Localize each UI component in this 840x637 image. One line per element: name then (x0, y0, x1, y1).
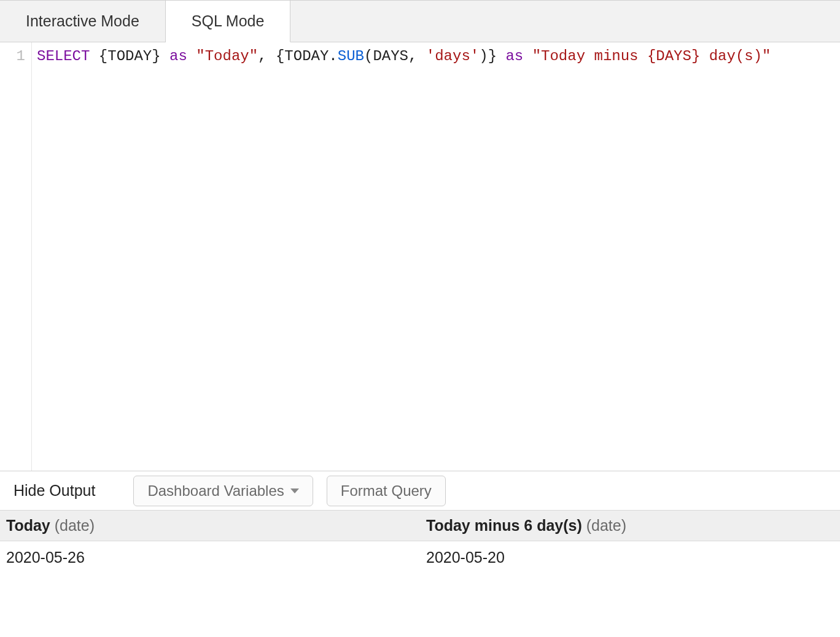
column-header-today-minus[interactable]: Today minus 6 day(s) (date) (420, 511, 840, 541)
sql-space (187, 48, 196, 64)
line-number: 1 (0, 47, 25, 66)
cell-today-minus: 2020-05-20 (420, 541, 840, 574)
sql-editor[interactable]: 1 SELECT {TODAY} as "Today", {TODAY.SUB(… (0, 42, 840, 471)
sql-ident-days: DAYS (373, 48, 408, 64)
sql-string-today: "Today" (196, 48, 258, 64)
sql-ident-today: TODAY (284, 48, 329, 64)
table-row: 2020-05-26 2020-05-20 (0, 541, 840, 574)
editor-gutter: 1 (0, 42, 32, 471)
sql-keyword-as: as (505, 48, 523, 64)
sql-space (497, 48, 505, 64)
sql-space (417, 48, 426, 64)
sql-space (523, 48, 532, 64)
sql-string-days: 'days' (426, 48, 479, 64)
sql-space (267, 48, 276, 64)
output-toolbar: Hide Output Dashboard Variables Format Q… (0, 471, 840, 510)
sql-space (161, 48, 169, 64)
column-header-today[interactable]: Today (date) (0, 511, 420, 541)
hide-output-button[interactable]: Hide Output (14, 482, 95, 500)
column-name: Today minus 6 day(s) (426, 517, 582, 534)
sql-brace-close: } (152, 48, 160, 64)
sql-ident-today: TODAY (107, 48, 152, 64)
sql-comma: , (408, 48, 417, 64)
sql-comma: , (258, 48, 266, 64)
chevron-down-icon (290, 488, 299, 493)
dashboard-variables-label: Dashboard Variables (147, 482, 284, 500)
sql-space (90, 48, 98, 64)
sql-brace-open: { (276, 48, 284, 64)
dashboard-variables-button[interactable]: Dashboard Variables (133, 476, 313, 506)
table-header-row: Today (date) Today minus 6 day(s) (date) (0, 511, 840, 541)
sql-paren-close: ) (479, 48, 488, 64)
sql-brace-close: } (488, 48, 497, 64)
sql-string-today-minus: "Today minus {DAYS} day(s)" (532, 48, 771, 64)
editor-code[interactable]: SELECT {TODAY} as "Today", {TODAY.SUB(DA… (32, 42, 840, 471)
format-query-button[interactable]: Format Query (327, 476, 446, 506)
tab-sql-mode[interactable]: SQL Mode (166, 1, 291, 42)
column-type-value: (date) (55, 517, 95, 534)
format-query-label: Format Query (341, 482, 432, 500)
column-type-value: (date) (586, 517, 626, 534)
cell-today: 2020-05-26 (0, 541, 420, 574)
mode-tabs: Interactive Mode SQL Mode (0, 0, 840, 42)
sql-dot: . (329, 48, 337, 64)
sql-keyword-select: SELECT (37, 48, 90, 64)
sql-paren-open: ( (364, 48, 373, 64)
tab-interactive-mode[interactable]: Interactive Mode (0, 1, 166, 42)
sql-method-sub: SUB (338, 48, 364, 64)
sql-brace-open: { (99, 48, 107, 64)
results-table: Today (date) Today minus 6 day(s) (date)… (0, 510, 840, 574)
column-name: Today (6, 517, 50, 534)
sql-keyword-as: as (169, 48, 187, 64)
